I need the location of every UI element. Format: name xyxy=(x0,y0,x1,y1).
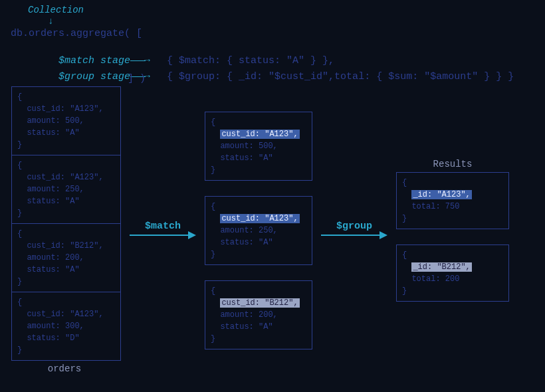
highlight: cust_id: "A123", xyxy=(220,130,299,139)
group-code: { $group: { _id: "$cust_id",total: { $su… xyxy=(167,71,514,82)
doc-box: { cust_id: "B212", amount: 200, status: … xyxy=(205,280,312,349)
doc-box: { cust_id: "A123", amount: 300, status: … xyxy=(11,292,121,361)
highlight: _id: "A123", xyxy=(411,190,471,199)
results-column: Results { _id: "A123", total: 750 }{ _id… xyxy=(396,159,509,302)
svg-marker-1 xyxy=(188,231,196,239)
right-arrow-icon xyxy=(321,231,387,240)
match-arrow: $match xyxy=(126,221,199,240)
doc-box: { cust_id: "A123", amount: 250, status: … xyxy=(205,196,312,265)
group-stage-label: $group stage xyxy=(58,71,130,82)
group-arrow: $group xyxy=(318,221,391,240)
highlight: cust_id: "B212", xyxy=(220,298,299,308)
code-line-main: db.orders.aggregate( [ xyxy=(11,28,142,39)
code-header: Collection ↓ db.orders.aggregate( [ $mat… xyxy=(8,7,537,78)
doc-box: { cust_id: "A123", amount: 500, status: … xyxy=(205,112,312,181)
result-box: { _id: "A123", total: 750 } xyxy=(396,172,509,229)
doc-box: { cust_id: "A123", amount: 250, status: … xyxy=(11,155,121,224)
group-stage-row: $group stage———→ { $group: { _id: "$cust… xyxy=(35,60,514,94)
result-box: { _id: "B212", total: 200 } xyxy=(396,245,509,302)
results-label: Results xyxy=(396,159,509,169)
doc-box: { cust_id: "A123", amount: 500, status: … xyxy=(11,86,121,155)
results-docs: { _id: "A123", total: 750 }{ _id: "B212"… xyxy=(396,172,509,302)
right-arrow-icon xyxy=(130,231,196,240)
doc-box: { cust_id: "B212", amount: 200, status: … xyxy=(11,223,121,292)
orders-docs: { cust_id: "A123", amount: 500, status: … xyxy=(11,86,121,361)
code-line-close: ] ) xyxy=(128,73,146,84)
down-arrow-icon: ↓ xyxy=(48,17,53,26)
orders-label: orders xyxy=(8,363,121,374)
orders-column: { cust_id: "A123", amount: 500, status: … xyxy=(8,86,121,374)
pipeline-diagram: { cust_id: "A123", amount: 500, status: … xyxy=(8,86,537,374)
collection-label: Collection xyxy=(28,5,84,15)
highlight: _id: "B212", xyxy=(411,262,471,272)
svg-marker-3 xyxy=(380,231,387,239)
highlight: cust_id: "A123", xyxy=(220,214,299,223)
matched-column: { cust_id: "A123", amount: 500, status: … xyxy=(205,112,312,349)
